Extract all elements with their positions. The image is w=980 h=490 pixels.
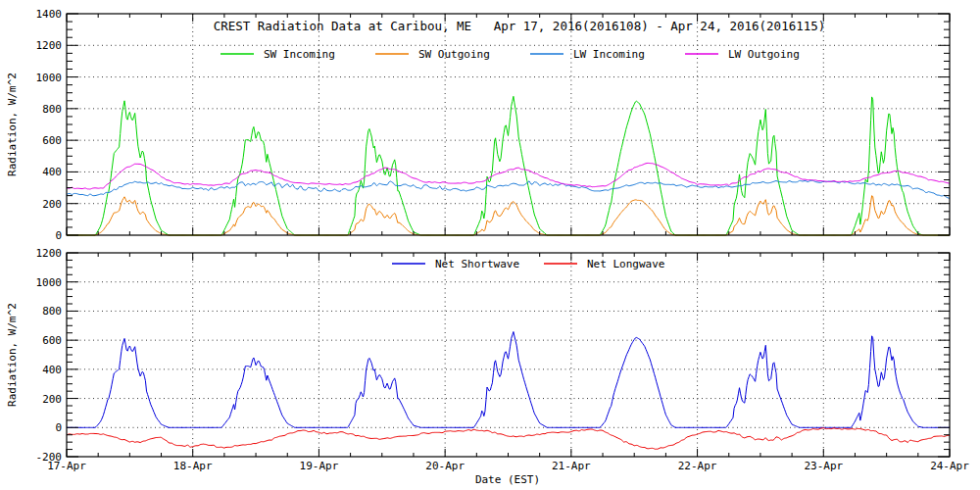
y-tick-label: 0 <box>55 229 62 242</box>
y-tick-label: 200 <box>42 393 62 406</box>
panel-radiation-components: 0200400600800100012001400Radiation, W/m^… <box>6 8 950 242</box>
y-tick-label: 1200 <box>36 39 63 52</box>
panel-frame <box>67 14 950 235</box>
legend-item-sw-incoming: SW Incoming <box>220 48 335 61</box>
y-tick-label: 1000 <box>36 276 63 289</box>
legend-label: Net Shortwave <box>435 258 519 270</box>
radiation-chart: CREST Radiation Data at Caribou, ME Apr … <box>0 0 980 490</box>
legend-item-sw-outgoing: SW Outgoing <box>375 48 490 61</box>
y-axis-label: Radiation, W/m^2 <box>6 73 19 176</box>
legend-label: Net Longwave <box>587 258 664 270</box>
y-tick-label: 400 <box>42 166 62 178</box>
legend-label: SW Incoming <box>264 48 335 61</box>
series-sw-outgoing <box>67 196 950 235</box>
legend-label: SW Outgoing <box>418 48 490 61</box>
chart-title: CREST Radiation Data at Caribou, ME Apr … <box>214 19 826 33</box>
series-net-longwave <box>67 428 950 450</box>
x-tick-label: 17-Apr <box>47 460 86 472</box>
y-tick-label: 600 <box>42 334 62 347</box>
y-tick-label: 1400 <box>36 8 63 21</box>
y-tick-label: 1000 <box>36 72 63 84</box>
x-tick-label: 20-Apr <box>425 460 465 472</box>
chart-window: CREST Radiation Data at Caribou, ME Apr … <box>0 0 980 490</box>
y-tick-label: 400 <box>42 364 62 376</box>
legend-item-net-longwave: Net Longwave <box>544 258 664 270</box>
x-tick-label: 18-Apr <box>173 460 213 472</box>
series-sw-incoming <box>67 96 950 235</box>
panel-net-radiation: -200020040060080010001200Radiation, W/m^… <box>6 247 950 464</box>
y-tick-label: 1200 <box>36 247 63 260</box>
y-tick-label: 800 <box>42 305 62 318</box>
series-lw-incoming <box>67 180 950 198</box>
x-tick-label: 24-Apr <box>930 460 969 472</box>
x-tick-label: 23-Apr <box>804 460 843 472</box>
x-tick-label: 22-Apr <box>678 460 717 472</box>
x-axis-label: Date (EST) <box>475 473 540 486</box>
legend-label: LW Outgoing <box>728 48 800 61</box>
y-tick-label: 0 <box>55 421 62 434</box>
legend-item-lw-incoming: LW Incoming <box>530 48 645 61</box>
x-tick-label: 21-Apr <box>552 460 591 472</box>
y-tick-label: 200 <box>42 198 62 211</box>
y-axis-label: Radiation, W/m^2 <box>6 303 19 407</box>
legend-item-lw-outgoing: LW Outgoing <box>685 48 800 61</box>
legend-item-net-shortwave: Net Shortwave <box>392 258 519 270</box>
legend-label: LW Incoming <box>573 48 645 61</box>
panel-frame <box>67 253 950 457</box>
series-net-shortwave <box>67 332 950 428</box>
y-tick-label: 600 <box>42 134 62 147</box>
y-tick-label: 800 <box>42 103 62 116</box>
x-tick-label: 19-Apr <box>300 460 339 472</box>
